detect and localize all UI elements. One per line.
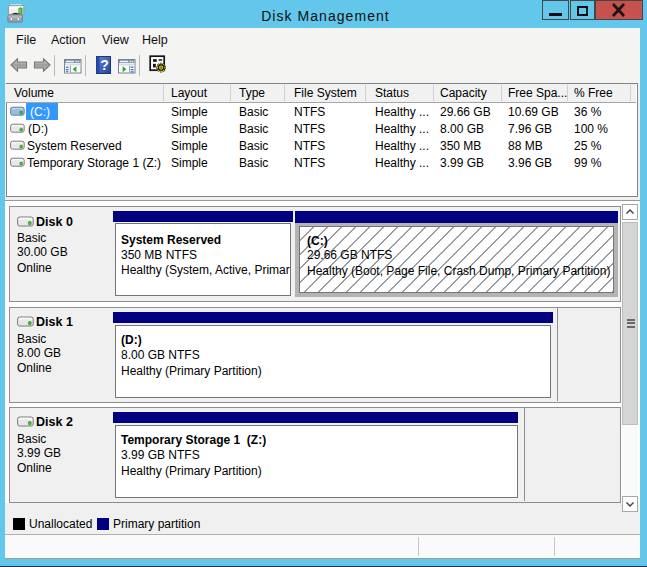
svg-text:?: ? — [100, 57, 109, 73]
